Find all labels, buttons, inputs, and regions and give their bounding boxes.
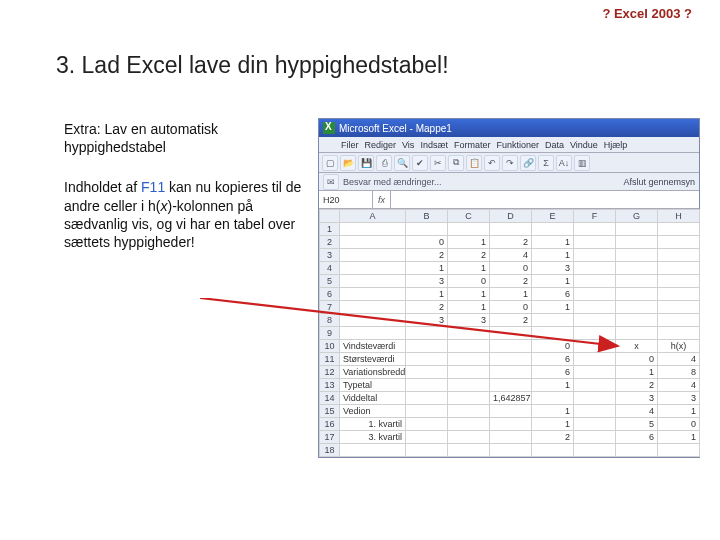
cell[interactable] [406, 444, 448, 457]
cell[interactable] [448, 223, 490, 236]
cell[interactable] [658, 249, 700, 262]
cell[interactable] [448, 392, 490, 405]
cell[interactable]: 2 [448, 249, 490, 262]
sum-icon[interactable]: Σ [538, 155, 554, 171]
cut-icon[interactable]: ✂ [430, 155, 446, 171]
cell[interactable] [448, 366, 490, 379]
cell[interactable] [490, 405, 532, 418]
cell[interactable]: 1 [532, 405, 574, 418]
cell[interactable] [616, 236, 658, 249]
cell[interactable] [340, 262, 406, 275]
cell[interactable]: 1 [616, 366, 658, 379]
cell[interactable] [658, 262, 700, 275]
cell[interactable]: 2 [532, 431, 574, 444]
cell[interactable] [574, 444, 616, 457]
cell[interactable]: 3 [658, 392, 700, 405]
cell[interactable] [448, 444, 490, 457]
cell[interactable] [340, 301, 406, 314]
cell[interactable] [616, 249, 658, 262]
cell[interactable] [574, 314, 616, 327]
menu-data[interactable]: Data [545, 140, 564, 150]
cell[interactable] [574, 353, 616, 366]
cell[interactable]: 1 [532, 249, 574, 262]
new-icon[interactable]: ▢ [322, 155, 338, 171]
row-header[interactable]: 3 [320, 249, 340, 262]
col-header[interactable]: D [490, 210, 532, 223]
cell[interactable]: 3 [406, 275, 448, 288]
cell[interactable]: 1 [406, 262, 448, 275]
cell[interactable] [340, 314, 406, 327]
sort-asc-icon[interactable]: A↓ [556, 155, 572, 171]
cell[interactable] [616, 444, 658, 457]
cell[interactable]: 2 [490, 236, 532, 249]
cell[interactable]: 2 [406, 249, 448, 262]
cell[interactable] [340, 249, 406, 262]
cell[interactable] [574, 288, 616, 301]
cell[interactable] [658, 236, 700, 249]
row-header[interactable]: 17 [320, 431, 340, 444]
cell[interactable]: 1 [532, 275, 574, 288]
cell[interactable]: 6 [532, 353, 574, 366]
cell[interactable] [406, 353, 448, 366]
save-icon[interactable]: 💾 [358, 155, 374, 171]
menu-filer[interactable]: Filer [341, 140, 359, 150]
col-header[interactable]: A [340, 210, 406, 223]
cell[interactable] [340, 236, 406, 249]
cell[interactable] [406, 431, 448, 444]
cell[interactable] [532, 444, 574, 457]
cell[interactable] [448, 327, 490, 340]
cell[interactable]: 4 [490, 249, 532, 262]
cell[interactable] [406, 366, 448, 379]
spell-icon[interactable]: ✔ [412, 155, 428, 171]
row-header[interactable]: 6 [320, 288, 340, 301]
undo-icon[interactable]: ↶ [484, 155, 500, 171]
cell[interactable] [406, 223, 448, 236]
preview-icon[interactable]: 🔍 [394, 155, 410, 171]
cell[interactable] [574, 301, 616, 314]
row-header[interactable]: 10 [320, 340, 340, 353]
corner-cell[interactable] [320, 210, 340, 223]
cell[interactable]: Viddeltal [340, 392, 406, 405]
name-box[interactable]: H20 [319, 191, 373, 208]
cell[interactable]: 0 [406, 236, 448, 249]
link-icon[interactable]: 🔗 [520, 155, 536, 171]
cell[interactable]: 1 [532, 418, 574, 431]
row-header[interactable]: 18 [320, 444, 340, 457]
cell[interactable] [448, 353, 490, 366]
cell[interactable]: 2 [490, 275, 532, 288]
paste-icon[interactable]: 📋 [466, 155, 482, 171]
cell[interactable]: 4 [616, 405, 658, 418]
toolbar-review[interactable]: ✉ Besvar med ændringer... Afslut gennems… [319, 173, 699, 191]
cell[interactable] [406, 327, 448, 340]
copy-icon[interactable]: ⧉ [448, 155, 464, 171]
cell[interactable]: 1 [658, 431, 700, 444]
cell[interactable] [448, 431, 490, 444]
col-header[interactable]: F [574, 210, 616, 223]
row-header[interactable]: 16 [320, 418, 340, 431]
menu-funktioner[interactable]: Funktioner [496, 140, 539, 150]
cell[interactable]: 4 [658, 379, 700, 392]
cell[interactable]: 1 [448, 236, 490, 249]
cell[interactable] [616, 314, 658, 327]
fx-icon[interactable]: fx [373, 191, 391, 208]
row-header[interactable]: 8 [320, 314, 340, 327]
cell[interactable]: 6 [532, 288, 574, 301]
col-header[interactable]: E [532, 210, 574, 223]
menu-rediger[interactable]: Rediger [365, 140, 397, 150]
cell[interactable]: h(x) [658, 340, 700, 353]
cell[interactable]: 1 [658, 405, 700, 418]
row-header[interactable]: 15 [320, 405, 340, 418]
cell[interactable] [616, 223, 658, 236]
cell[interactable] [490, 431, 532, 444]
cell[interactable]: 6 [532, 366, 574, 379]
cell[interactable]: 0 [658, 418, 700, 431]
cell[interactable] [406, 405, 448, 418]
cell[interactable]: 0 [490, 262, 532, 275]
cell[interactable] [658, 223, 700, 236]
cell[interactable] [490, 444, 532, 457]
cell[interactable]: 1 [448, 288, 490, 301]
menu-hjaelp[interactable]: Hjælp [604, 140, 628, 150]
cell[interactable] [658, 301, 700, 314]
cell[interactable] [448, 418, 490, 431]
cell[interactable] [574, 405, 616, 418]
